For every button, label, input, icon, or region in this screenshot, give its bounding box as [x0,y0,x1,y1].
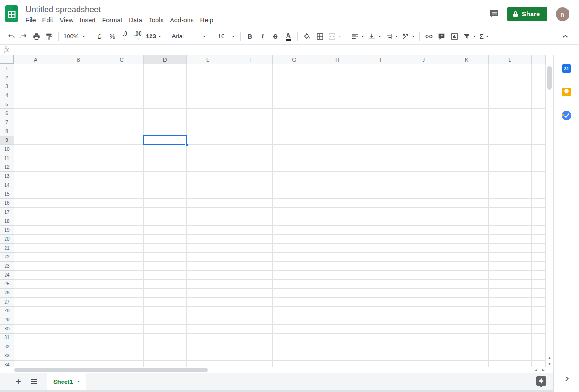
cell-C24[interactable] [100,271,144,280]
cell-E34[interactable] [187,361,230,367]
cell-L31[interactable] [489,334,532,343]
cell-E22[interactable] [187,253,230,262]
cell-partial-26[interactable] [532,289,546,298]
cell-E20[interactable] [187,235,230,244]
cell-C31[interactable] [100,334,144,343]
cell-K14[interactable] [445,181,489,190]
cell-I4[interactable] [359,91,402,100]
cell-J32[interactable] [402,342,446,351]
cell-partial-20[interactable] [532,235,546,244]
cell-H10[interactable] [316,145,360,154]
row-header-18[interactable]: 18 [0,217,14,226]
cell-L24[interactable] [489,271,532,280]
cell-A6[interactable] [14,109,57,118]
cell-F31[interactable] [230,334,273,343]
cell-F1[interactable] [230,64,273,73]
cell-H2[interactable] [316,73,360,83]
cell-A7[interactable] [14,118,57,127]
cell-D29[interactable] [144,315,187,325]
cell-F17[interactable] [230,208,273,217]
cell-E8[interactable] [187,127,230,136]
cell-H8[interactable] [316,127,360,136]
cell-D13[interactable] [144,172,187,181]
cell-C1[interactable] [100,64,144,73]
comment-history-button[interactable] [487,7,501,21]
hide-menus-button[interactable] [559,31,571,42]
cell-C13[interactable] [100,172,144,181]
cell-partial-34[interactable] [532,361,546,367]
cell-C20[interactable] [100,235,144,244]
sheet-tab-sheet1[interactable]: Sheet1 [47,373,86,390]
cell-E26[interactable] [187,289,230,298]
cell-I33[interactable] [359,351,402,361]
cell-E29[interactable] [187,315,230,325]
cell-E15[interactable] [187,190,230,199]
cell-F20[interactable] [230,235,273,244]
cell-I15[interactable] [359,190,402,199]
cell-F11[interactable] [230,154,273,163]
cell-K27[interactable] [445,298,489,307]
cell-B22[interactable] [57,253,101,262]
cell-J15[interactable] [402,190,446,199]
cell-K15[interactable] [445,190,489,199]
cell-partial-29[interactable] [532,315,546,325]
cell-I6[interactable] [359,109,402,118]
cell-B28[interactable] [57,307,101,316]
cell-I30[interactable] [359,325,402,334]
vertical-scrollbar-thumb[interactable] [547,66,552,90]
cell-E3[interactable] [187,82,230,91]
cell-E13[interactable] [187,172,230,181]
cell-C34[interactable] [100,361,144,367]
cell-D20[interactable] [144,235,187,244]
cell-A2[interactable] [14,73,57,83]
cell-E14[interactable] [187,181,230,190]
cell-G25[interactable] [273,280,316,289]
cell-G13[interactable] [273,172,316,181]
cell-F15[interactable] [230,190,273,199]
cell-E25[interactable] [187,280,230,289]
cell-J9[interactable] [402,136,446,145]
cell-I19[interactable] [359,226,402,235]
cell-K22[interactable] [445,253,489,262]
cell-A21[interactable] [14,244,57,253]
cell-B31[interactable] [57,334,101,343]
cell-B20[interactable] [57,235,101,244]
cell-K33[interactable] [445,351,489,361]
row-header-33[interactable]: 33 [0,351,14,361]
cell-J3[interactable] [402,82,446,91]
cell-K18[interactable] [445,217,489,226]
cell-L28[interactable] [489,307,532,316]
cell-I2[interactable] [359,73,402,83]
cell-L1[interactable] [489,64,532,73]
cell-K20[interactable] [445,235,489,244]
cell-G18[interactable] [273,217,316,226]
cell-I34[interactable] [359,361,402,367]
cell-partial-3[interactable] [532,82,546,91]
calendar-panel-button[interactable]: 31 [562,64,571,73]
cell-A8[interactable] [14,127,57,136]
row-header-10[interactable]: 10 [0,145,14,154]
cell-D26[interactable] [144,289,187,298]
cell-L15[interactable] [489,190,532,199]
cell-C30[interactable] [100,325,144,334]
cell-A12[interactable] [14,163,57,172]
cell-I23[interactable] [359,262,402,271]
cell-J26[interactable] [402,289,446,298]
cell-C28[interactable] [100,307,144,316]
cell-B5[interactable] [57,100,101,109]
cell-A14[interactable] [14,181,57,190]
cell-K6[interactable] [445,109,489,118]
cell-A11[interactable] [14,154,57,163]
cell-J7[interactable] [402,118,446,127]
cell-D14[interactable] [144,181,187,190]
cell-F33[interactable] [230,351,273,361]
row-header-4[interactable]: 4 [0,91,14,100]
cell-I8[interactable] [359,127,402,136]
cell-H12[interactable] [316,163,360,172]
cell-B9[interactable] [57,136,101,145]
cell-F25[interactable] [230,280,273,289]
cell-G3[interactable] [273,82,316,91]
cell-L30[interactable] [489,325,532,334]
cell-G20[interactable] [273,235,316,244]
cell-partial-2[interactable] [532,73,546,83]
